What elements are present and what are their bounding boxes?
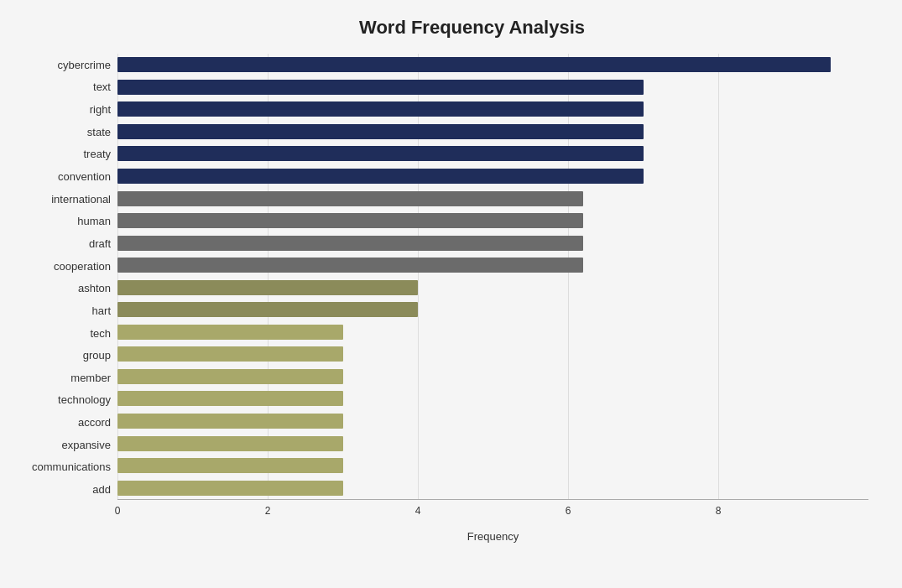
y-label: technology: [58, 391, 111, 409]
y-label: ashton: [78, 279, 111, 298]
bar-row: [117, 78, 868, 96]
x-tick: 8: [716, 505, 722, 517]
chart-title: Word Frequency Analysis: [8, 17, 868, 39]
bar: [117, 213, 583, 228]
bar-row: [117, 234, 868, 252]
x-tick: 2: [265, 505, 271, 517]
bar: [117, 80, 644, 95]
y-label: international: [51, 190, 111, 208]
bar: [117, 302, 418, 317]
bar: [117, 414, 343, 429]
y-label: group: [83, 346, 111, 365]
bar-row: [117, 434, 868, 453]
y-label: member: [70, 368, 111, 387]
y-label: cybercrime: [57, 55, 111, 74]
bar: [117, 458, 343, 473]
y-label: add: [92, 480, 111, 498]
bar-row: [117, 479, 868, 497]
x-tick: 4: [415, 505, 421, 517]
bar-row: [117, 100, 868, 118]
bar-row: [117, 367, 868, 386]
y-label: communications: [32, 458, 111, 476]
y-label: right: [90, 101, 111, 119]
bars-grid: [117, 54, 868, 499]
bar-row: [117, 345, 868, 363]
bar: [117, 346, 343, 362]
bar: [117, 436, 343, 451]
bar: [117, 191, 583, 206]
y-label: tech: [90, 324, 111, 342]
y-label: cooperation: [54, 257, 111, 275]
bar: [117, 146, 644, 161]
y-label: text: [93, 78, 111, 96]
y-label: accord: [78, 414, 111, 432]
y-axis: cybercrimetextrightstatetreatyconvention…: [8, 54, 117, 524]
chart-area: cybercrimetextrightstatetreatyconvention…: [8, 54, 868, 524]
bar: [117, 57, 831, 72]
bar: [117, 369, 343, 384]
bar-row: [117, 211, 868, 230]
y-label: expansive: [61, 435, 111, 454]
x-axis-label: Frequency: [467, 530, 519, 543]
bar-row: [117, 456, 868, 475]
y-label: convention: [58, 168, 111, 186]
y-label: state: [87, 122, 111, 141]
x-tick: 0: [115, 505, 121, 517]
bars-and-xaxis: Frequency 02468: [117, 54, 868, 524]
bar-row: [117, 144, 868, 163]
bar: [117, 169, 644, 184]
bar-row: [117, 323, 868, 341]
bar: [117, 236, 583, 251]
bar-row: [117, 122, 868, 141]
bar-row: [117, 256, 868, 274]
y-label: treaty: [83, 145, 111, 164]
x-axis: Frequency 02468: [117, 499, 868, 524]
bar-row: [117, 412, 868, 430]
x-tick: 6: [566, 505, 571, 517]
bar: [117, 124, 644, 139]
bar: [117, 481, 343, 496]
bar: [117, 280, 418, 295]
chart-container: Word Frequency Analysis cybercrimetextri…: [0, 0, 902, 588]
bar-row: [117, 167, 868, 185]
bar-row: [117, 55, 868, 74]
bar: [117, 101, 644, 117]
bar: [117, 325, 343, 340]
bar-row: [117, 389, 868, 408]
y-label: draft: [89, 234, 111, 252]
bar-row: [117, 278, 868, 297]
bar-row: [117, 300, 868, 319]
bar: [117, 258, 583, 273]
bars-area: [117, 54, 868, 499]
bar: [117, 391, 343, 406]
bar-row: [117, 190, 868, 208]
y-label: human: [77, 212, 111, 231]
y-label: hart: [92, 301, 111, 320]
